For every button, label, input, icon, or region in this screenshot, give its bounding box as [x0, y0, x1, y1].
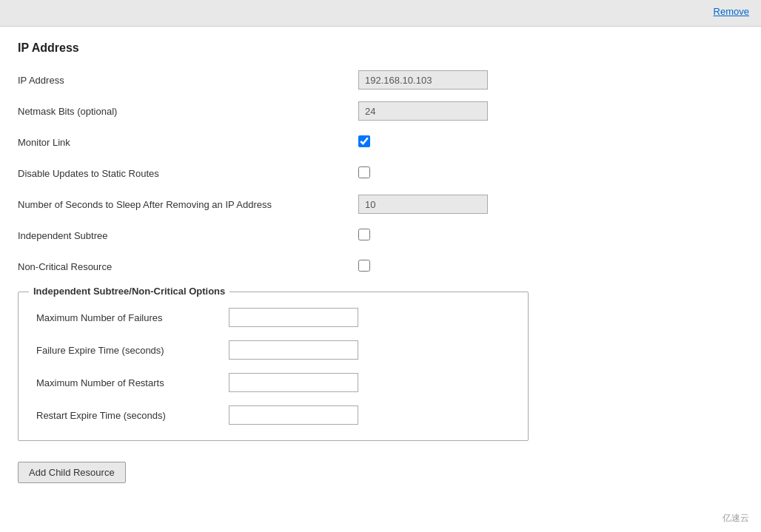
non-critical-checkbox[interactable] [358, 260, 370, 272]
ip-address-row: IP Address [18, 70, 743, 90]
sleep-seconds-input[interactable] [358, 195, 488, 214]
independent-subtree-row: Independent Subtree [18, 225, 743, 246]
max-failures-label: Maximum Number of Failures [36, 312, 229, 323]
page-wrapper: Remove IP Address IP Address Netmask Bit… [0, 0, 761, 532]
failure-expire-input[interactable] [229, 340, 358, 360]
sleep-seconds-row: Number of Seconds to Sleep After Removin… [18, 194, 743, 215]
max-failures-row: Maximum Number of Failures [36, 307, 510, 328]
monitor-link-label: Monitor Link [18, 137, 358, 148]
max-restarts-label: Maximum Number of Restarts [36, 377, 229, 388]
sleep-seconds-control [358, 195, 488, 214]
netmask-control [358, 101, 488, 121]
ip-address-control [358, 70, 488, 90]
page-title: IP Address [18, 41, 743, 55]
netmask-row: Netmask Bits (optional) [18, 101, 743, 121]
main-content: IP Address IP Address Netmask Bits (opti… [0, 27, 761, 498]
non-critical-control [358, 260, 370, 274]
independent-subtree-checkbox[interactable] [358, 229, 370, 240]
restart-expire-input[interactable] [229, 405, 358, 425]
failure-expire-row: Failure Expire Time (seconds) [36, 340, 510, 360]
independent-subtree-control [358, 229, 370, 243]
independent-subtree-fieldset: Independent Subtree/Non-Critical Options… [18, 292, 529, 441]
sleep-seconds-label: Number of Seconds to Sleep After Removin… [18, 199, 358, 210]
watermark: 亿速云 [723, 512, 749, 525]
max-restarts-input[interactable] [229, 373, 358, 392]
restart-expire-label: Restart Expire Time (seconds) [36, 410, 229, 421]
disable-updates-control [358, 166, 370, 181]
non-critical-row: Non-Critical Resource [18, 256, 743, 277]
disable-updates-checkbox[interactable] [358, 166, 370, 178]
restart-expire-row: Restart Expire Time (seconds) [36, 405, 510, 425]
netmask-label: Netmask Bits (optional) [18, 106, 358, 117]
remove-link[interactable]: Remove [714, 6, 749, 17]
monitor-link-checkbox[interactable] [358, 135, 370, 147]
add-child-resource-button[interactable]: Add Child Resource [18, 462, 126, 483]
ip-address-label: IP Address [18, 75, 358, 86]
failure-expire-label: Failure Expire Time (seconds) [36, 345, 229, 356]
top-bar: Remove [0, 0, 761, 27]
disable-updates-label: Disable Updates to Static Routes [18, 168, 358, 179]
non-critical-label: Non-Critical Resource [18, 261, 358, 272]
netmask-input[interactable] [358, 101, 488, 121]
max-failures-input[interactable] [229, 308, 358, 327]
monitor-link-control [358, 135, 370, 149]
fieldset-legend: Independent Subtree/Non-Critical Options [29, 286, 229, 297]
max-restarts-row: Maximum Number of Restarts [36, 372, 510, 393]
monitor-link-row: Monitor Link [18, 132, 743, 152]
independent-subtree-label: Independent Subtree [18, 230, 358, 241]
disable-updates-row: Disable Updates to Static Routes [18, 163, 743, 183]
ip-address-input[interactable] [358, 70, 488, 90]
